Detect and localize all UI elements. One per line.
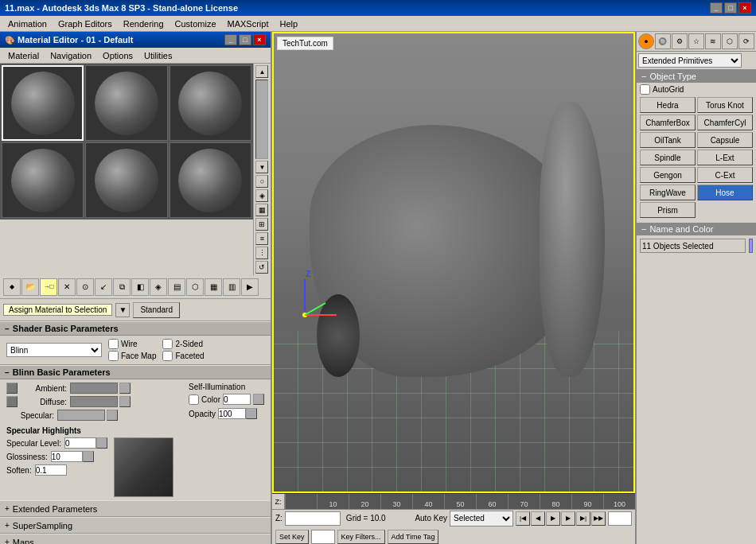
obj-btn-lext[interactable]: L-Ext	[697, 150, 753, 165]
side-icon-7[interactable]: ↺	[255, 261, 268, 274]
facemap-checkbox[interactable]	[108, 351, 119, 361]
side-icon-4[interactable]: ⊞	[255, 218, 268, 231]
standard-btn[interactable]: Standard	[133, 302, 180, 318]
maps-header[interactable]: + Maps	[0, 534, 271, 544]
sphere-6[interactable]	[170, 142, 251, 218]
ambient-map-btn[interactable]	[119, 383, 131, 394]
side-icon-1[interactable]: ○	[255, 175, 268, 188]
rp-btn-3[interactable]: ⚙	[672, 33, 688, 49]
spec-level-input[interactable]	[64, 437, 96, 449]
scroll-up-btn[interactable]: ▲	[255, 65, 268, 78]
viewport[interactable]: Z TechTut.com	[272, 32, 635, 493]
sphere-1[interactable]	[2, 65, 84, 141]
assign-dropdown-arrow[interactable]: ▼	[115, 303, 130, 317]
mat-menu-material[interactable]: Material	[3, 50, 44, 61]
primitive-type-dropdown[interactable]: Extended Primitives	[638, 53, 742, 68]
rp-btn-5[interactable]: ≋	[705, 33, 721, 49]
next-frame-btn[interactable]: ▶	[561, 511, 575, 526]
last-frame-btn[interactable]: ▶▶	[591, 511, 606, 526]
menu-customize[interactable]: Customize	[170, 18, 221, 29]
add-time-tag-btn[interactable]: Add Time Tag	[388, 530, 439, 544]
extended-params-header[interactable]: + Extended Parameters	[0, 500, 271, 516]
title-bar-controls[interactable]: _ □ ×	[710, 2, 751, 14]
tb-unique[interactable]: ◈	[150, 278, 167, 296]
assign-tooltip[interactable]: Assign Material to Selection	[3, 304, 112, 316]
z-input[interactable]	[285, 511, 341, 526]
twosided-checkbox[interactable]	[162, 339, 173, 349]
obj-btn-spindle[interactable]: Spindle	[640, 150, 696, 165]
obj-btn-capsule[interactable]: Capsule	[697, 132, 753, 148]
menu-animation[interactable]: Animation	[3, 18, 52, 29]
mat-menu-utilities[interactable]: Utilities	[139, 50, 177, 61]
maximize-btn[interactable]: □	[724, 2, 737, 14]
ambient-lock[interactable]	[6, 383, 18, 394]
mat-menu-navigation[interactable]: Navigation	[45, 50, 96, 61]
tb-show-bg[interactable]: ▥	[223, 278, 240, 296]
opacity-map-btn[interactable]	[246, 408, 257, 419]
obj-btn-prism[interactable]: Prism	[640, 202, 696, 218]
rp-btn-4[interactable]: ☆	[688, 33, 704, 49]
mat-maximize-btn[interactable]: □	[239, 34, 251, 45]
rp-btn-sphere[interactable]: ●	[638, 33, 654, 49]
mat-menu-options[interactable]: Options	[98, 50, 138, 61]
side-icon-5[interactable]: ≡	[255, 232, 268, 245]
diffuse-lock[interactable]	[6, 396, 18, 407]
mat-minimize-btn[interactable]: _	[224, 34, 237, 45]
obj-btn-oiltank[interactable]: OilTank	[640, 132, 696, 148]
object-color-swatch[interactable]	[749, 239, 753, 253]
tb-get[interactable]: ↙	[95, 278, 112, 296]
tb-reset[interactable]: ▤	[168, 278, 185, 296]
rp-btn-6[interactable]: ⬡	[722, 33, 738, 49]
glossiness-map[interactable]	[83, 451, 94, 462]
tb-assign[interactable]: →□	[40, 278, 57, 296]
faceted-checkbox[interactable]	[162, 351, 173, 361]
next-key-btn[interactable]: ▶|	[576, 511, 590, 526]
sphere-3[interactable]	[170, 65, 251, 141]
obj-btn-ringwave[interactable]: RingWave	[640, 185, 696, 200]
obj-btn-cext[interactable]: C-Ext	[697, 167, 753, 183]
mat-close-btn[interactable]: ×	[253, 34, 266, 45]
specular-swatch[interactable]	[57, 410, 105, 421]
blinn-section-header[interactable]: − Blinn Basic Parameters	[0, 365, 271, 379]
wire-checkbox[interactable]	[108, 339, 119, 349]
supersampling-header[interactable]: + SuperSampling	[0, 517, 271, 533]
sphere-4[interactable]	[2, 142, 84, 218]
obj-btn-torusknot[interactable]: Torus Knot	[697, 97, 753, 113]
tb-nodes[interactable]: ⬡	[186, 278, 204, 296]
side-icon-6[interactable]: ⋮	[255, 247, 268, 259]
shader-section-header[interactable]: − Shader Basic Parameters	[0, 321, 271, 336]
tb-pick[interactable]: ⊙	[76, 278, 94, 296]
ambient-swatch[interactable]	[70, 383, 118, 394]
selected-dropdown[interactable]: Selected	[450, 511, 513, 527]
obj-btn-chamferbox[interactable]: ChamferBox	[640, 115, 696, 130]
side-icon-3[interactable]: ▦	[255, 204, 268, 216]
prev-key-btn[interactable]: |◀	[516, 511, 530, 526]
shader-dropdown[interactable]: Blinn	[6, 343, 102, 357]
tb-new[interactable]: ◆	[3, 278, 21, 296]
sphere-2[interactable]	[85, 65, 167, 141]
play-btn[interactable]: ▶	[546, 511, 560, 526]
color-checkbox[interactable]	[189, 394, 199, 405]
obj-btn-hose[interactable]: Hose	[697, 185, 753, 200]
glossiness-input[interactable]	[51, 451, 83, 462]
color-map-btn[interactable]	[253, 394, 264, 405]
rp-btn-7[interactable]: ⟳	[738, 33, 754, 49]
set-key-btn[interactable]: Set Key	[275, 530, 309, 544]
rp-btn-2[interactable]: 🔘	[655, 33, 671, 49]
menu-help[interactable]: Help	[275, 18, 303, 29]
mat-title-controls[interactable]: _ □ ×	[224, 34, 266, 45]
name-color-header[interactable]: − Name and Color	[637, 223, 756, 235]
obj-btn-hedra[interactable]: Hedra	[640, 97, 696, 113]
autogrid-checkbox[interactable]	[640, 84, 650, 95]
menu-rendering[interactable]: Rendering	[119, 18, 169, 29]
diffuse-map-btn[interactable]	[119, 396, 131, 407]
menu-graph-editors[interactable]: Graph Editors	[53, 18, 117, 29]
tb-video[interactable]: ▶	[241, 278, 259, 296]
time-field[interactable]	[608, 511, 632, 526]
timeline-ticks[interactable]: 10 20 30 40 50 60 70 80 90 100	[285, 494, 635, 509]
tb-open[interactable]: 📂	[21, 278, 39, 296]
side-icon-2[interactable]: ◈	[255, 189, 268, 202]
prev-frame-btn[interactable]: ◀	[531, 511, 545, 526]
close-btn[interactable]: ×	[738, 2, 751, 14]
color-value[interactable]	[223, 394, 251, 405]
